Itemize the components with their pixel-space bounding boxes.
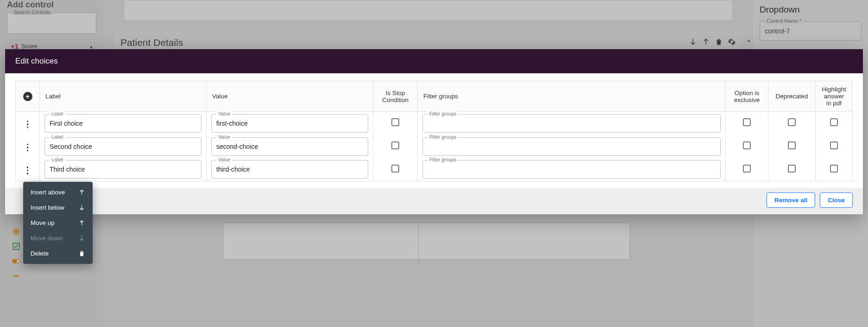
table-row: Label Value Filter groups (16, 158, 853, 181)
value-field-caption: Value (216, 134, 232, 140)
col-header-filter: Filter groups (418, 81, 726, 112)
menu-insert-above[interactable]: Insert above (23, 185, 93, 200)
label-input[interactable] (50, 143, 196, 150)
filter-field[interactable]: Filter groups (422, 137, 721, 156)
filter-field[interactable]: Filter groups (422, 114, 721, 133)
label-input[interactable] (50, 120, 196, 127)
label-field-caption: Label (50, 134, 65, 140)
filter-field-caption: Filter groups (428, 111, 458, 116)
remove-all-button[interactable]: Remove all (767, 192, 815, 208)
col-header-highlight: Highlight answer in pdf (816, 81, 853, 112)
value-field[interactable]: Value (211, 160, 368, 179)
menu-move-down: Move down (23, 231, 93, 246)
value-field[interactable]: Value (211, 137, 368, 156)
filter-field-caption: Filter groups (428, 157, 458, 162)
highlight-checkbox[interactable] (830, 141, 838, 149)
modal-title: Edit choices (5, 49, 863, 73)
highlight-checkbox[interactable] (830, 118, 838, 126)
exclusive-checkbox[interactable] (743, 118, 751, 126)
exclusive-checkbox[interactable] (743, 141, 751, 149)
col-header-value: Value (207, 81, 373, 112)
label-field-caption: Label (50, 111, 65, 116)
value-field-caption: Value (216, 157, 232, 162)
is-stop-checkbox[interactable] (391, 141, 399, 149)
label-field[interactable]: Label (44, 160, 201, 179)
is-stop-checkbox[interactable] (391, 118, 399, 126)
filter-input[interactable] (428, 120, 716, 127)
value-field[interactable]: Value (211, 114, 368, 133)
value-input[interactable] (216, 143, 363, 150)
label-field[interactable]: Label (44, 137, 201, 156)
menu-delete[interactable]: Delete (23, 246, 93, 261)
filter-field-caption: Filter groups (428, 134, 458, 140)
col-header-label: Label (40, 81, 207, 112)
trash-icon (78, 250, 85, 257)
exclusive-checkbox[interactable] (743, 165, 751, 173)
value-input[interactable] (216, 120, 363, 127)
deprecated-checkbox[interactable] (788, 141, 796, 149)
value-field-caption: Value (216, 111, 232, 116)
menu-move-up[interactable]: Move up (23, 215, 93, 231)
add-row-button[interactable]: + (23, 92, 32, 101)
arrow-up-icon (78, 219, 85, 226)
row-menu-button[interactable] (24, 164, 31, 177)
value-input[interactable] (216, 166, 363, 173)
row-context-menu: Insert above Insert below Move up Move d… (23, 182, 93, 264)
filter-field[interactable]: Filter groups (422, 160, 721, 179)
arrow-up-icon (78, 189, 85, 196)
highlight-checkbox[interactable] (830, 165, 838, 173)
is-stop-checkbox[interactable] (391, 165, 399, 173)
deprecated-checkbox[interactable] (788, 165, 796, 173)
col-header-stop: Is Stop Condition (373, 81, 418, 112)
col-header-deprecated: Deprecated (768, 81, 816, 112)
menu-insert-below[interactable]: Insert below (23, 200, 93, 215)
arrow-down-icon (78, 204, 85, 211)
filter-input[interactable] (428, 166, 716, 173)
row-menu-button[interactable] (24, 141, 31, 154)
table-row: Label Value Filter groups (16, 112, 853, 135)
edit-choices-modal: Edit choices + Label Value Is Stop Condi… (5, 49, 863, 214)
label-field[interactable]: Label (44, 114, 201, 133)
label-field-caption: Label (50, 157, 65, 162)
choices-table: + Label Value Is Stop Condition Filter g… (15, 81, 853, 181)
deprecated-checkbox[interactable] (788, 118, 796, 126)
filter-input[interactable] (428, 143, 716, 150)
label-input[interactable] (50, 166, 196, 173)
col-header-exclusive: Option is exclusive (726, 81, 768, 112)
table-row: Label Value Filter groups (16, 135, 853, 158)
arrow-down-icon (78, 235, 85, 242)
row-menu-button[interactable] (24, 118, 31, 131)
close-button[interactable]: Close (820, 192, 853, 208)
